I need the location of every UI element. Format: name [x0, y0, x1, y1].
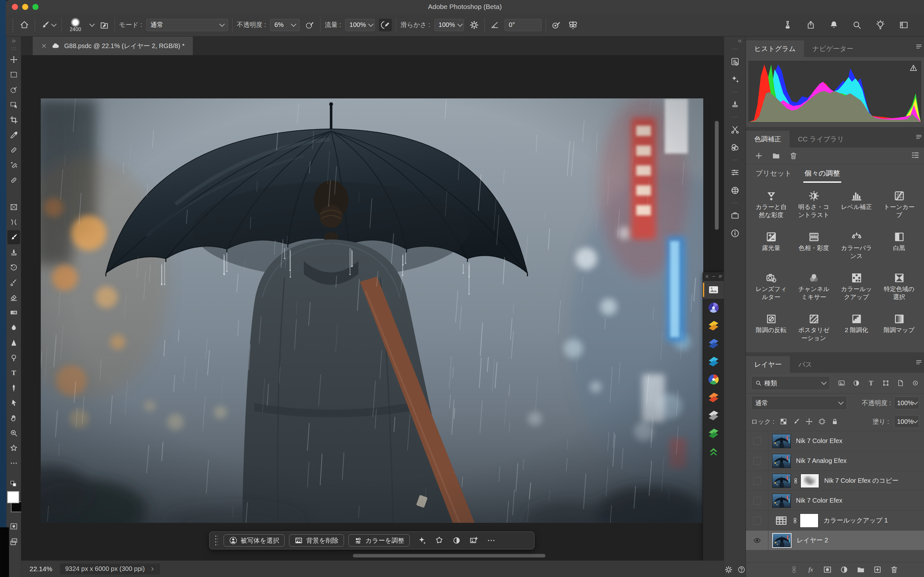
- tab-paths[interactable]: パス: [790, 356, 821, 373]
- toolbar-grip[interactable]: [11, 47, 17, 50]
- layer-row[interactable]: Nik 7 Color Efex: [746, 431, 924, 451]
- link-layers-button[interactable]: [790, 565, 798, 574]
- layer-visibility-toggle[interactable]: [746, 491, 768, 510]
- new-layer-button[interactable]: [873, 565, 882, 574]
- search-button[interactable]: [851, 19, 863, 31]
- lock-transparency-icon[interactable]: [780, 418, 787, 425]
- dock-generative[interactable]: [728, 73, 742, 87]
- dock-stamp-activity[interactable]: [728, 97, 742, 111]
- dock-color[interactable]: [728, 140, 742, 155]
- select-subject-button[interactable]: 被写体を選択: [224, 534, 284, 546]
- adjustment-levels[interactable]: レベル補正: [835, 187, 878, 229]
- tab-histogram[interactable]: ヒストグラム: [746, 40, 804, 57]
- adjustment-color-lookup[interactable]: カラールッ クアップ: [835, 269, 878, 311]
- lock-artboard-icon[interactable]: [818, 418, 826, 425]
- airbrush-toggle[interactable]: [379, 19, 392, 31]
- layer-name[interactable]: Nik 7 Color Efex のコピー: [824, 476, 898, 485]
- tool-type[interactable]: T: [7, 366, 20, 380]
- layer-name[interactable]: Nik 7 Color Efex: [796, 437, 843, 445]
- tool-sharpen[interactable]: [7, 335, 20, 350]
- nik-plugin-multicolor[interactable]: [703, 371, 724, 388]
- layer-row[interactable]: レイヤー 2: [746, 530, 924, 550]
- dock-collapse-button[interactable]: [724, 37, 746, 44]
- add-adjustment-icon[interactable]: [754, 151, 763, 160]
- adjustment-selective-color[interactable]: 特定色域の 選択: [878, 269, 921, 311]
- adjustments-panel-menu-icon[interactable]: [915, 133, 922, 140]
- symmetry-button[interactable]: [567, 19, 580, 31]
- tool-move[interactable]: [7, 53, 20, 67]
- adjustment-group-icon[interactable]: [772, 151, 780, 160]
- zoom-level[interactable]: 22.14%: [29, 565, 52, 573]
- layer-mask-thumbnail[interactable]: [800, 474, 819, 488]
- layer-thumbnail[interactable]: [772, 434, 791, 448]
- nik-plugin-silver[interactable]: [703, 406, 724, 424]
- nik-plugin-green[interactable]: [703, 424, 724, 442]
- taskbar-t-imageplus-icon[interactable]: [469, 536, 478, 545]
- filter-smart-objects-icon[interactable]: [897, 379, 905, 387]
- nik-menu-icon[interactable]: [718, 274, 722, 279]
- taskbar-t-polygon-icon[interactable]: [435, 536, 444, 545]
- layer-fill-select[interactable]: 100%: [894, 415, 919, 428]
- layer-thumbnail[interactable]: [772, 454, 791, 468]
- tool-healing-brush[interactable]: [7, 173, 20, 187]
- brush-settings-button[interactable]: [98, 19, 110, 31]
- layers-panel-menu-icon[interactable]: [915, 359, 922, 366]
- adjustment-exposure[interactable]: 露光量: [750, 229, 792, 269]
- tool-path-select[interactable]: [7, 396, 20, 410]
- default-colors-icon[interactable]: [10, 480, 18, 488]
- layer-row[interactable]: カラールックアップ 1: [746, 511, 924, 530]
- tool-mixer-brush[interactable]: [7, 276, 20, 290]
- tool-marquee[interactable]: [7, 68, 20, 82]
- tool-crop[interactable]: [7, 113, 20, 127]
- tool-frame[interactable]: [7, 200, 20, 214]
- adjustment-invert[interactable]: 階調の反転: [750, 311, 792, 351]
- add-mask-button[interactable]: [823, 565, 832, 574]
- canvas-area[interactable]: 被写体を選択背景を削除カラーを調整: [21, 55, 724, 560]
- taskbar-l-half-icon[interactable]: [452, 536, 461, 545]
- blend-mode-select[interactable]: 通常: [751, 396, 847, 410]
- layer-row[interactable]: Nik 7 Analog Efex: [746, 451, 924, 471]
- tool-history-brush[interactable]: [7, 260, 20, 274]
- layer-visibility-toggle[interactable]: [746, 511, 768, 530]
- quick-mask-button[interactable]: [7, 520, 20, 533]
- horizontal-scrollbar[interactable]: [353, 554, 545, 558]
- tool-object-selection[interactable]: [7, 98, 20, 112]
- canvas-photo[interactable]: [41, 98, 703, 523]
- filter-shape-layers-icon[interactable]: [882, 379, 890, 387]
- remove-background-button[interactable]: 背景を削除: [289, 534, 344, 546]
- plugins-settings-icon[interactable]: [724, 566, 733, 574]
- adjustment-threshold[interactable]: 2 階調化: [835, 311, 878, 351]
- tab-adjustments[interactable]: 色調補正: [746, 131, 790, 147]
- nik-sharpener[interactable]: [703, 442, 724, 460]
- tool-content-aware-move[interactable]: [7, 215, 20, 229]
- mask-link-icon[interactable]: [790, 517, 800, 524]
- tab-layers[interactable]: レイヤー: [746, 356, 790, 373]
- help-icon[interactable]: [737, 566, 746, 574]
- layer-row[interactable]: Nik 7 Color Efex: [746, 491, 924, 511]
- workspace-button[interactable]: [898, 19, 910, 31]
- tool-spot-healing[interactable]: [7, 143, 20, 157]
- beta-flask-button[interactable]: [782, 19, 794, 31]
- adjustment-curves[interactable]: トーンカー ブ: [878, 187, 921, 229]
- adjustment-color-balance[interactable]: カラーバラ ンス: [835, 229, 878, 269]
- adjustment-black-white[interactable]: 白黒: [878, 229, 921, 269]
- tool-shape-star[interactable]: [7, 441, 20, 455]
- layer-visibility-toggle[interactable]: [746, 451, 768, 471]
- opacity-select[interactable]: 6%: [270, 19, 300, 31]
- list-view-icon[interactable]: [911, 151, 920, 160]
- close-tab-button[interactable]: [41, 43, 47, 49]
- dock-properties-sliders[interactable]: [728, 165, 742, 179]
- taskbar-grip[interactable]: [215, 535, 218, 546]
- tool-hand[interactable]: [7, 411, 20, 425]
- share-button[interactable]: [804, 19, 817, 31]
- color-lookup-layer-icon[interactable]: [772, 514, 790, 527]
- tool-gradient[interactable]: [7, 306, 20, 319]
- tool-dodge[interactable]: [7, 351, 20, 365]
- lock-all-icon[interactable]: [831, 418, 838, 425]
- tool-more-tools[interactable]: [7, 456, 20, 470]
- nik-plugin-yellow[interactable]: [703, 317, 724, 335]
- document-tab[interactable]: G88.psdc @ 22.1% (レイヤー 2, RGB/8) *: [33, 37, 193, 55]
- histogram-warning-icon[interactable]: [909, 64, 918, 72]
- nik-plugin-violet[interactable]: [703, 299, 724, 317]
- filter-more-icon[interactable]: [911, 379, 919, 387]
